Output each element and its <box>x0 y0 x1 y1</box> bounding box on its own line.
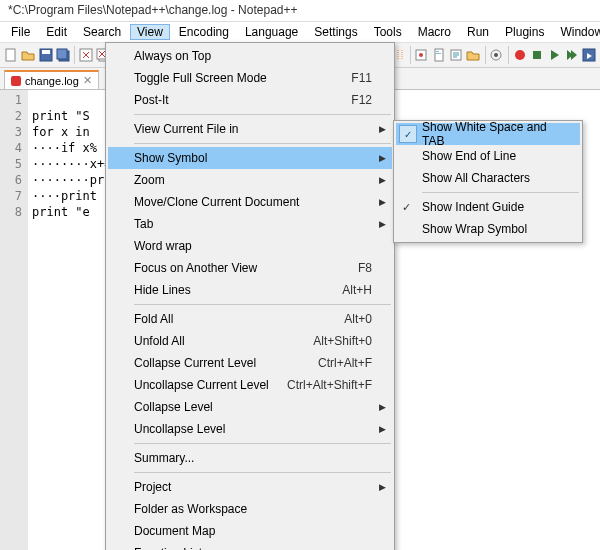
menu-post-it[interactable]: Post-ItF12 <box>108 89 392 111</box>
folder-ws-icon[interactable] <box>466 46 480 64</box>
menu-separator <box>134 443 391 444</box>
svg-point-22 <box>419 53 423 57</box>
menu-search[interactable]: Search <box>76 24 128 40</box>
submenu-arrow-icon: ▶ <box>379 424 386 434</box>
menu-summary[interactable]: Summary... <box>108 447 392 469</box>
menu-collapse-current[interactable]: Collapse Current LevelCtrl+Alt+F <box>108 352 392 374</box>
menu-show-symbol[interactable]: Show Symbol▶ <box>108 147 392 169</box>
submenu-show-indent-guide[interactable]: ✓ Show Indent Guide <box>396 196 580 218</box>
open-file-icon[interactable] <box>21 46 35 64</box>
menu-collapse-level[interactable]: Collapse Level▶ <box>108 396 392 418</box>
menu-separator <box>134 114 391 115</box>
shortcut-label: Alt+H <box>342 283 372 297</box>
submenu-arrow-icon: ▶ <box>379 402 386 412</box>
code-content[interactable]: print "S for x in ····if x% ········x+= … <box>28 90 111 550</box>
submenu-arrow-icon: ▶ <box>379 197 386 207</box>
udl-icon[interactable] <box>414 46 428 64</box>
func-list-icon[interactable] <box>449 46 463 64</box>
menu-plugins[interactable]: Plugins <box>498 24 551 40</box>
code-line: print "e <box>32 205 90 219</box>
save-all-icon[interactable] <box>56 46 70 64</box>
toolbar-separator <box>74 46 75 64</box>
check-icon: ✓ <box>402 201 411 214</box>
menu-always-on-top[interactable]: Always on Top <box>108 45 392 67</box>
toolbar-separator <box>410 46 411 64</box>
check-icon: ✓ <box>399 125 417 143</box>
menu-full-screen[interactable]: Toggle Full Screen ModeF11 <box>108 67 392 89</box>
tab-close-icon[interactable]: ✕ <box>83 74 92 87</box>
code-line: ····print <box>32 189 97 203</box>
menu-settings[interactable]: Settings <box>307 24 364 40</box>
menu-tools[interactable]: Tools <box>367 24 409 40</box>
line-number: 8 <box>0 204 22 220</box>
title-text: *C:\Program Files\Notepad++\change.log -… <box>8 3 298 17</box>
save-macro-icon[interactable] <box>582 46 596 64</box>
menu-zoom[interactable]: Zoom▶ <box>108 169 392 191</box>
menu-separator <box>134 472 391 473</box>
menu-separator <box>134 143 391 144</box>
menu-macro[interactable]: Macro <box>411 24 458 40</box>
tab-label: change.log <box>25 75 79 87</box>
menu-language[interactable]: Language <box>238 24 305 40</box>
menu-view[interactable]: View <box>130 24 170 40</box>
menu-uncollapse-current[interactable]: Uncollapse Current LevelCtrl+Alt+Shift+F <box>108 374 392 396</box>
line-number: 5 <box>0 156 22 172</box>
menu-run[interactable]: Run <box>460 24 496 40</box>
close-icon[interactable] <box>79 46 93 64</box>
menu-word-wrap[interactable]: Word wrap <box>108 235 392 257</box>
line-gutter: 1 2 3 4 5 6 7 8 <box>0 90 28 550</box>
code-line: ····if x% <box>32 141 97 155</box>
svg-rect-2 <box>42 50 50 54</box>
submenu-show-eol[interactable]: Show End of Line <box>396 145 580 167</box>
menu-view-current-file: View Current File in▶ <box>108 118 392 140</box>
play-macro-icon[interactable] <box>547 46 561 64</box>
submenu-show-wrap-symbol[interactable]: Show Wrap Symbol <box>396 218 580 240</box>
monitor-icon[interactable] <box>489 46 503 64</box>
menu-separator <box>134 304 391 305</box>
stop-macro-icon[interactable] <box>530 46 544 64</box>
submenu-arrow-icon: ▶ <box>379 219 386 229</box>
submenu-arrow-icon: ▶ <box>379 124 386 134</box>
menu-move-clone[interactable]: Move/Clone Current Document▶ <box>108 191 392 213</box>
line-number: 3 <box>0 124 22 140</box>
menu-uncollapse-level[interactable]: Uncollapse Level▶ <box>108 418 392 440</box>
shortcut-label: Alt+Shift+0 <box>313 334 372 348</box>
submenu-arrow-icon: ▶ <box>379 175 386 185</box>
play-multi-icon[interactable] <box>564 46 578 64</box>
submenu-show-all-chars[interactable]: Show All Characters <box>396 167 580 189</box>
menu-unfold-all[interactable]: Unfold AllAlt+Shift+0 <box>108 330 392 352</box>
save-icon[interactable] <box>39 46 53 64</box>
new-file-icon[interactable] <box>4 46 18 64</box>
menu-function-list[interactable]: Function List <box>108 542 392 550</box>
menu-folder-workspace[interactable]: Folder as Workspace <box>108 498 392 520</box>
code-line: for x in <box>32 125 90 139</box>
code-line: ········x+= <box>32 157 111 171</box>
submenu-show-whitespace-tab[interactable]: ✓ Show White Space and TAB <box>396 123 580 145</box>
line-number: 2 <box>0 108 22 124</box>
menu-hide-lines[interactable]: Hide LinesAlt+H <box>108 279 392 301</box>
svg-rect-23 <box>435 49 443 61</box>
menu-window[interactable]: Window <box>553 24 600 40</box>
svg-rect-4 <box>57 49 67 59</box>
menu-bar: File Edit Search View Encoding Language … <box>0 22 600 42</box>
line-number: 1 <box>0 92 22 108</box>
record-macro-icon[interactable] <box>512 46 526 64</box>
menu-fold-all[interactable]: Fold AllAlt+0 <box>108 308 392 330</box>
shortcut-label: Ctrl+Alt+F <box>318 356 372 370</box>
menu-project[interactable]: Project▶ <box>108 476 392 498</box>
shortcut-label: Ctrl+Alt+Shift+F <box>287 378 372 392</box>
file-tab[interactable]: change.log ✕ <box>4 70 99 89</box>
shortcut-label: Alt+0 <box>344 312 372 326</box>
line-number: 4 <box>0 140 22 156</box>
svg-rect-30 <box>533 51 541 59</box>
menu-tab-sub[interactable]: Tab▶ <box>108 213 392 235</box>
menu-edit[interactable]: Edit <box>39 24 74 40</box>
menu-focus-other[interactable]: Focus on Another ViewF8 <box>108 257 392 279</box>
svg-point-29 <box>515 50 525 60</box>
menu-encoding[interactable]: Encoding <box>172 24 236 40</box>
shortcut-label: F12 <box>351 93 372 107</box>
menu-doc-map[interactable]: Document Map <box>108 520 392 542</box>
menu-file[interactable]: File <box>4 24 37 40</box>
window-title: *C:\Program Files\Notepad++\change.log -… <box>0 0 600 22</box>
doc-map-icon[interactable] <box>432 46 446 64</box>
